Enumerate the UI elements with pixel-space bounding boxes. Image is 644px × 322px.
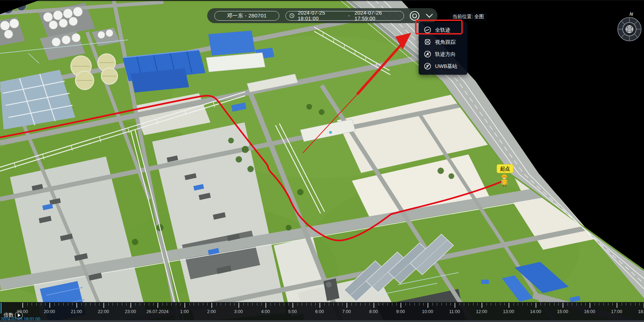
menu-item-label: 视角跟踪 <box>435 39 456 46</box>
timeline-major-tick <box>455 303 455 308</box>
timeline-hour-label: 15:00 <box>557 309 568 314</box>
timeline-hour-label: 5:00 <box>288 309 297 314</box>
uwb-station-icon <box>424 62 431 70</box>
timeline-hour-label: 7:00 <box>342 309 351 314</box>
timeline-hour-label: 20:00 <box>44 309 55 314</box>
timeline-playhead[interactable] <box>1 303 1 313</box>
timeline-major-tick <box>265 303 266 308</box>
timeline-major-tick <box>428 303 428 308</box>
timeline-major-tick <box>617 303 617 308</box>
time-range-separator: - <box>348 13 350 19</box>
timeline-major-tick <box>293 303 293 308</box>
timeline-major-tick <box>103 303 104 308</box>
timeline-scrubber[interactable]: 倍数 2024-07-25 18:01:00 19:0020:0021:0022… <box>0 302 644 322</box>
timeline-major-tick <box>347 303 347 308</box>
timeline-hour-label: 21:00 <box>71 309 82 314</box>
timeline-hour-label: 4:00 <box>261 309 270 314</box>
timeline-hour-label: 17:00 <box>611 309 622 314</box>
map-3d-scene[interactable]: 起点 <box>0 0 644 322</box>
header-toolbar: 邓一东 - 280701 2024-07-25 18:01:00 - 2024-… <box>207 8 438 23</box>
person-selector-value: 邓一东 - 280701 <box>227 12 267 19</box>
track-direction-icon <box>424 50 431 58</box>
timeline-hour-label: 18:00 <box>638 309 644 314</box>
start-marker-label: 起点 <box>500 166 510 171</box>
compass-widget[interactable]: N <box>615 10 644 44</box>
timeline-hour-label: 16:00 <box>584 309 595 314</box>
compass-north-label: N <box>629 11 633 17</box>
timeline-major-tick <box>482 303 482 308</box>
timeline-hour-label: 26.07.2024 <box>146 309 169 314</box>
timeline-major-tick <box>320 303 320 308</box>
menu-item-label: 全轨迹 <box>435 27 451 33</box>
timeline-hour-label: 9:00 <box>396 309 405 314</box>
full-trajectory-icon <box>424 26 431 34</box>
timeline-major-tick <box>211 303 212 308</box>
timeline-major-tick <box>563 303 563 308</box>
timeline-major-tick <box>374 303 374 308</box>
timeline-major-tick <box>238 303 239 308</box>
globe-icon <box>626 26 633 33</box>
time-range-start: 2024-07-25 18:01:00 <box>298 10 344 21</box>
timeline-hour-label: 2:00 <box>207 309 216 314</box>
timeline-ticks[interactable] <box>0 303 644 308</box>
menu-item-label: UWB基站 <box>435 63 457 70</box>
menu-item-轨迹方向[interactable]: 轨迹方向 <box>419 48 467 60</box>
timeline-hour-label: 10:00 <box>422 309 433 314</box>
timeline-hour-label: 19:00 <box>17 309 28 314</box>
menu-item-全轨迹[interactable]: 全轨迹 <box>419 24 467 36</box>
timeline-major-tick <box>157 303 158 308</box>
time-range-end: 2024-07-26 17:59:00 <box>354 10 400 21</box>
locate-view-button[interactable] <box>409 10 420 21</box>
menu-item-label: 轨迹方向 <box>435 51 456 58</box>
clock-icon <box>289 13 295 19</box>
timeline-hour-label: 14:00 <box>530 309 541 314</box>
timeline-major-tick <box>184 303 185 308</box>
menu-item-视角跟踪[interactable]: 视角跟踪 <box>419 36 467 48</box>
timeline-hour-label: 6:00 <box>315 309 324 314</box>
timeline-hour-label: 23:00 <box>125 309 136 314</box>
timeline-hour-label: 12:00 <box>476 309 487 314</box>
app-window: 起点 邓一东 - 280701 2024-07-25 18:01: <box>0 0 644 322</box>
timeline-major-tick <box>509 303 509 308</box>
chevron-down-icon <box>425 14 434 18</box>
timeline-hour-label: 1:00 <box>180 309 189 314</box>
timeline-hour-label: 11:00 <box>449 309 460 314</box>
view-options-toggle[interactable] <box>425 14 434 18</box>
timeline-hour-label: 22:00 <box>98 309 109 314</box>
menu-item-UWB基站[interactable]: UWB基站 <box>419 60 467 72</box>
window-top-edge <box>0 0 644 1</box>
view-follow-icon <box>424 38 431 46</box>
timeline-hour-label: 3:00 <box>234 309 243 314</box>
timeline-major-tick <box>76 303 77 308</box>
current-location-label: 当前位置: 全图 <box>450 13 487 21</box>
timeline-major-tick <box>49 303 50 308</box>
timeline-major-tick <box>590 303 590 308</box>
timeline-major-tick <box>22 303 23 308</box>
current-time-label: 2024-07-25 18:01:00 <box>1 317 40 322</box>
timeline-major-tick <box>536 303 536 308</box>
timeline-major-tick <box>130 303 131 308</box>
timeline-hour-label: 8:00 <box>369 309 378 314</box>
timeline-hour-label: 13:00 <box>503 309 514 314</box>
time-range-picker[interactable]: 2024-07-25 18:01:00 - 2024-07-26 17:59:0… <box>285 11 404 21</box>
person-selector[interactable]: 邓一东 - 280701 <box>214 11 279 21</box>
view-options-menu: 全轨迹视角跟踪轨迹方向UWB基站 <box>419 22 467 75</box>
timeline-major-tick <box>401 303 401 308</box>
